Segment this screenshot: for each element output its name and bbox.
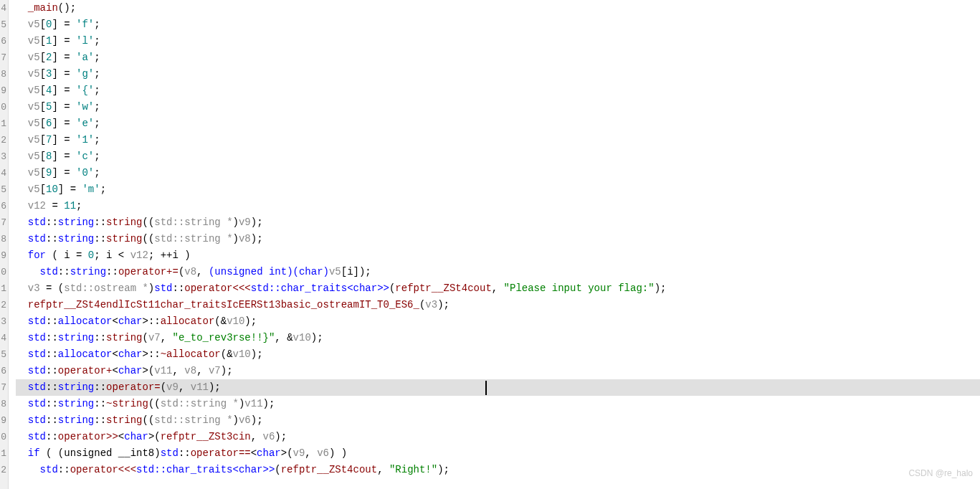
text-cursor <box>485 381 487 395</box>
code-line[interactable]: std::string::~string((std::string *)v11)… <box>16 396 980 412</box>
code-line[interactable]: v5[4] = '{'; <box>16 82 980 99</box>
line-number: 5 <box>0 181 6 198</box>
code-line[interactable]: std::operator+<char>(v11, v8, v7); <box>16 363 980 379</box>
code-line[interactable]: v5[1] = 'l'; <box>16 33 980 49</box>
code-line[interactable]: v5[3] = 'g'; <box>16 66 980 82</box>
line-number: 3 <box>0 148 6 165</box>
line-number: 0 <box>0 99 6 115</box>
line-number: 6 <box>0 33 6 49</box>
line-number: 4 <box>0 165 6 181</box>
code-line[interactable]: _main(); <box>16 0 980 16</box>
code-line[interactable]: std::allocator<char>::allocator(&v10); <box>16 313 980 330</box>
line-number: 6 <box>0 198 6 214</box>
code-line-active[interactable]: std::string::operator=(v9, v11); <box>16 379 980 396</box>
code-line[interactable]: std::operator>><char>(refptr__ZSt3cin, v… <box>16 429 980 445</box>
code-line[interactable]: v3 = (std::ostream *)std::operator<<<std… <box>16 280 980 297</box>
line-number: 0 <box>0 264 6 280</box>
code-line[interactable]: std::string::string(v7, "e_to_rev3rse!!}… <box>16 330 980 346</box>
line-number: 7 <box>0 214 6 231</box>
line-number: 3 <box>0 313 6 330</box>
line-number: 6 <box>0 363 6 379</box>
watermark: CSDN @re_halo <box>908 465 973 482</box>
line-number: 2 <box>0 462 6 478</box>
line-number-gutter: 45678901234567890123456789012 <box>0 0 9 489</box>
code-line[interactable]: v5[7] = '1'; <box>16 132 980 148</box>
code-line[interactable]: std::operator<<<std::char_traits<char>>(… <box>16 462 980 478</box>
code-line[interactable]: std::string::string((std::string *)v8); <box>16 231 980 247</box>
line-number: 5 <box>0 346 6 363</box>
code-line[interactable]: std::string::string((std::string *)v9); <box>16 214 980 231</box>
func-call: _main <box>28 2 58 14</box>
line-number: 4 <box>0 330 6 346</box>
code-line[interactable]: refptr__ZSt4endlIcSt11char_traitsIcEERSt… <box>16 297 980 313</box>
line-number: 9 <box>0 82 6 99</box>
line-number: 7 <box>0 379 6 396</box>
line-number: 1 <box>0 280 6 297</box>
line-number: 8 <box>0 66 6 82</box>
line-number: 9 <box>0 412 6 429</box>
code-area[interactable]: _main(); v5[0] = 'f'; v5[1] = 'l'; v5[2]… <box>9 0 980 489</box>
line-number: 9 <box>0 247 6 264</box>
line-number: 7 <box>0 49 6 66</box>
line-number: 4 <box>0 0 6 16</box>
code-line[interactable]: v12 = 11; <box>16 198 980 214</box>
line-number: 8 <box>0 231 6 247</box>
code-editor: 45678901234567890123456789012 _main(); v… <box>0 0 980 489</box>
line-number: 8 <box>0 396 6 412</box>
code-line[interactable]: std::string::string((std::string *)v6); <box>16 412 980 429</box>
code-line[interactable]: if ( (unsigned __int8)std::operator==<ch… <box>16 445 980 462</box>
code-line[interactable]: std::string::operator+=(v8, (unsigned in… <box>16 264 980 280</box>
line-number: 1 <box>0 115 6 132</box>
line-number: 0 <box>0 429 6 445</box>
line-number: 2 <box>0 132 6 148</box>
code-line[interactable]: v5[2] = 'a'; <box>16 49 980 66</box>
code-line[interactable]: v5[10] = 'm'; <box>16 181 980 198</box>
code-line[interactable]: v5[8] = 'c'; <box>16 148 980 165</box>
line-number: 2 <box>0 297 6 313</box>
code-line[interactable]: v5[5] = 'w'; <box>16 99 980 115</box>
line-number: 5 <box>0 16 6 33</box>
code-line[interactable]: v5[0] = 'f'; <box>16 16 980 33</box>
line-number: 1 <box>0 445 6 462</box>
code-line[interactable]: v5[6] = 'e'; <box>16 115 980 132</box>
code-line[interactable]: v5[9] = '0'; <box>16 165 980 181</box>
code-line[interactable]: std::allocator<char>::~allocator(&v10); <box>16 346 980 363</box>
code-line[interactable]: for ( i = 0; i < v12; ++i ) <box>16 247 980 264</box>
